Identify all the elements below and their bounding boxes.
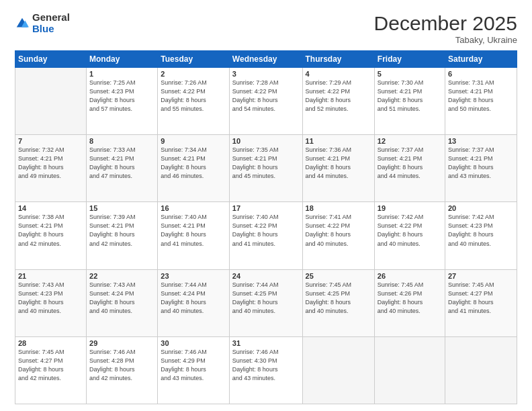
day-info: Sunrise: 7:31 AM Sunset: 4:21 PM Dayligh… bbox=[448, 79, 514, 113]
day-number: 25 bbox=[306, 272, 371, 280]
calendar-cell: 19Sunrise: 7:42 AM Sunset: 4:22 PM Dayli… bbox=[374, 202, 445, 269]
calendar-cell: 1Sunrise: 7:25 AM Sunset: 4:23 PM Daylig… bbox=[87, 68, 158, 135]
day-info: Sunrise: 7:39 AM Sunset: 4:21 PM Dayligh… bbox=[89, 213, 154, 248]
calendar-week-row: 1Sunrise: 7:25 AM Sunset: 4:23 PM Daylig… bbox=[15, 68, 517, 135]
day-info: Sunrise: 7:45 AM Sunset: 4:27 PM Dayligh… bbox=[18, 348, 83, 383]
day-number: 14 bbox=[18, 204, 83, 212]
day-number: 22 bbox=[89, 272, 154, 280]
weekday-header-cell: Wednesday bbox=[229, 51, 302, 68]
calendar-cell: 29Sunrise: 7:46 AM Sunset: 4:28 PM Dayli… bbox=[87, 336, 158, 404]
calendar-cell: 27Sunrise: 7:45 AM Sunset: 4:27 PM Dayli… bbox=[445, 269, 517, 336]
calendar-cell: 3Sunrise: 7:28 AM Sunset: 4:22 PM Daylig… bbox=[229, 68, 302, 135]
header: General Blue December 2025 Tabaky, Ukrai… bbox=[15, 12, 517, 45]
calendar-cell: 18Sunrise: 7:41 AM Sunset: 4:22 PM Dayli… bbox=[302, 202, 374, 269]
location: Tabaky, Ukraine bbox=[374, 35, 517, 45]
day-info: Sunrise: 7:25 AM Sunset: 4:23 PM Dayligh… bbox=[89, 79, 154, 113]
weekday-header-cell: Saturday bbox=[445, 51, 517, 68]
logo-text: General Blue bbox=[32, 12, 70, 34]
month-title: December 2025 bbox=[374, 12, 517, 35]
day-number: 29 bbox=[89, 339, 154, 347]
day-info: Sunrise: 7:34 AM Sunset: 4:21 PM Dayligh… bbox=[161, 146, 226, 181]
day-number: 31 bbox=[232, 339, 300, 347]
day-number: 26 bbox=[378, 272, 442, 280]
calendar-cell: 21Sunrise: 7:43 AM Sunset: 4:23 PM Dayli… bbox=[15, 269, 87, 336]
logo-blue: Blue bbox=[32, 24, 70, 35]
title-block: December 2025 Tabaky, Ukraine bbox=[374, 12, 517, 45]
weekday-header-cell: Sunday bbox=[15, 51, 87, 68]
calendar-cell: 24Sunrise: 7:44 AM Sunset: 4:25 PM Dayli… bbox=[229, 269, 302, 336]
weekday-header-row: SundayMondayTuesdayWednesdayThursdayFrid… bbox=[15, 51, 517, 68]
day-info: Sunrise: 7:43 AM Sunset: 4:24 PM Dayligh… bbox=[89, 281, 154, 316]
day-info: Sunrise: 7:35 AM Sunset: 4:21 PM Dayligh… bbox=[232, 146, 300, 181]
day-number: 7 bbox=[18, 137, 83, 145]
day-number: 4 bbox=[306, 70, 371, 78]
calendar-cell bbox=[445, 336, 517, 404]
calendar-cell: 30Sunrise: 7:46 AM Sunset: 4:29 PM Dayli… bbox=[158, 336, 230, 404]
day-number: 5 bbox=[378, 70, 442, 78]
day-number: 16 bbox=[161, 204, 226, 212]
calendar-cell: 31Sunrise: 7:46 AM Sunset: 4:30 PM Dayli… bbox=[229, 336, 302, 404]
calendar-cell: 23Sunrise: 7:44 AM Sunset: 4:24 PM Dayli… bbox=[158, 269, 230, 336]
day-number: 3 bbox=[232, 70, 300, 78]
day-info: Sunrise: 7:44 AM Sunset: 4:25 PM Dayligh… bbox=[232, 281, 300, 316]
day-info: Sunrise: 7:45 AM Sunset: 4:27 PM Dayligh… bbox=[448, 281, 514, 316]
calendar-cell: 8Sunrise: 7:33 AM Sunset: 4:21 PM Daylig… bbox=[87, 135, 158, 202]
calendar-cell: 25Sunrise: 7:45 AM Sunset: 4:25 PM Dayli… bbox=[302, 269, 374, 336]
day-number: 27 bbox=[448, 272, 514, 280]
day-number: 12 bbox=[378, 137, 442, 145]
day-info: Sunrise: 7:30 AM Sunset: 4:21 PM Dayligh… bbox=[378, 79, 442, 113]
calendar-cell: 16Sunrise: 7:40 AM Sunset: 4:21 PM Dayli… bbox=[158, 202, 230, 269]
calendar-cell: 20Sunrise: 7:42 AM Sunset: 4:23 PM Dayli… bbox=[445, 202, 517, 269]
day-number: 17 bbox=[232, 204, 300, 212]
day-info: Sunrise: 7:40 AM Sunset: 4:21 PM Dayligh… bbox=[161, 213, 226, 248]
day-info: Sunrise: 7:26 AM Sunset: 4:22 PM Dayligh… bbox=[161, 79, 226, 113]
calendar-week-row: 28Sunrise: 7:45 AM Sunset: 4:27 PM Dayli… bbox=[15, 336, 517, 404]
calendar-table: SundayMondayTuesdayWednesdayThursdayFrid… bbox=[15, 50, 517, 404]
calendar-cell: 5Sunrise: 7:30 AM Sunset: 4:21 PM Daylig… bbox=[374, 68, 445, 135]
day-number: 15 bbox=[89, 204, 154, 212]
day-info: Sunrise: 7:45 AM Sunset: 4:25 PM Dayligh… bbox=[306, 281, 371, 316]
day-number: 1 bbox=[89, 70, 154, 78]
weekday-header-cell: Thursday bbox=[302, 51, 374, 68]
day-info: Sunrise: 7:42 AM Sunset: 4:22 PM Dayligh… bbox=[378, 213, 442, 248]
day-info: Sunrise: 7:43 AM Sunset: 4:23 PM Dayligh… bbox=[18, 281, 83, 316]
logo: General Blue bbox=[15, 12, 70, 34]
calendar-cell bbox=[15, 68, 87, 135]
calendar-week-row: 14Sunrise: 7:38 AM Sunset: 4:21 PM Dayli… bbox=[15, 202, 517, 269]
day-number: 20 bbox=[448, 204, 514, 212]
day-info: Sunrise: 7:29 AM Sunset: 4:22 PM Dayligh… bbox=[306, 79, 371, 113]
calendar-cell: 4Sunrise: 7:29 AM Sunset: 4:22 PM Daylig… bbox=[302, 68, 374, 135]
weekday-header-cell: Friday bbox=[374, 51, 445, 68]
calendar-cell bbox=[302, 336, 374, 404]
day-number: 6 bbox=[448, 70, 514, 78]
calendar-cell: 7Sunrise: 7:32 AM Sunset: 4:21 PM Daylig… bbox=[15, 135, 87, 202]
calendar-cell: 22Sunrise: 7:43 AM Sunset: 4:24 PM Dayli… bbox=[87, 269, 158, 336]
day-info: Sunrise: 7:38 AM Sunset: 4:21 PM Dayligh… bbox=[18, 213, 83, 248]
day-info: Sunrise: 7:46 AM Sunset: 4:28 PM Dayligh… bbox=[89, 348, 154, 383]
calendar-cell bbox=[374, 336, 445, 404]
day-info: Sunrise: 7:46 AM Sunset: 4:30 PM Dayligh… bbox=[232, 348, 300, 383]
calendar-cell: 28Sunrise: 7:45 AM Sunset: 4:27 PM Dayli… bbox=[15, 336, 87, 404]
day-number: 19 bbox=[378, 204, 442, 212]
calendar-week-row: 7Sunrise: 7:32 AM Sunset: 4:21 PM Daylig… bbox=[15, 135, 517, 202]
weekday-header-cell: Tuesday bbox=[158, 51, 230, 68]
day-info: Sunrise: 7:46 AM Sunset: 4:29 PM Dayligh… bbox=[161, 348, 226, 383]
calendar-cell: 17Sunrise: 7:40 AM Sunset: 4:22 PM Dayli… bbox=[229, 202, 302, 269]
calendar-week-row: 21Sunrise: 7:43 AM Sunset: 4:23 PM Dayli… bbox=[15, 269, 517, 336]
day-number: 8 bbox=[89, 137, 154, 145]
day-number: 11 bbox=[306, 137, 371, 145]
day-number: 2 bbox=[161, 70, 226, 78]
calendar-cell: 9Sunrise: 7:34 AM Sunset: 4:21 PM Daylig… bbox=[158, 135, 230, 202]
day-number: 13 bbox=[448, 137, 514, 145]
calendar-cell: 11Sunrise: 7:36 AM Sunset: 4:21 PM Dayli… bbox=[302, 135, 374, 202]
day-number: 9 bbox=[161, 137, 226, 145]
day-number: 30 bbox=[161, 339, 226, 347]
calendar-cell: 6Sunrise: 7:31 AM Sunset: 4:21 PM Daylig… bbox=[445, 68, 517, 135]
calendar-cell: 2Sunrise: 7:26 AM Sunset: 4:22 PM Daylig… bbox=[158, 68, 230, 135]
logo-icon bbox=[15, 16, 30, 31]
calendar-cell: 14Sunrise: 7:38 AM Sunset: 4:21 PM Dayli… bbox=[15, 202, 87, 269]
page: General Blue December 2025 Tabaky, Ukrai… bbox=[0, 0, 532, 411]
day-number: 28 bbox=[18, 339, 83, 347]
day-info: Sunrise: 7:32 AM Sunset: 4:21 PM Dayligh… bbox=[18, 146, 83, 181]
calendar-cell: 26Sunrise: 7:45 AM Sunset: 4:26 PM Dayli… bbox=[374, 269, 445, 336]
